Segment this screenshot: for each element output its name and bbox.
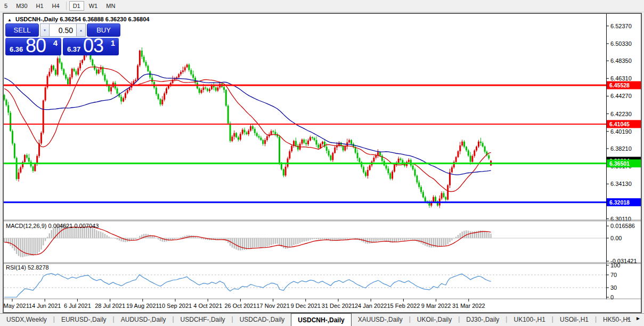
- sell-price-big: 80: [26, 35, 46, 57]
- price-tick-label: 6.46310: [610, 75, 632, 82]
- date-label: 15 Feb 2022: [387, 303, 420, 309]
- buy-price-sup: 1: [111, 38, 115, 47]
- tab-usdchf-daily[interactable]: USDCHF-,Daily: [174, 314, 232, 326]
- price-tick-label: 6.34130: [610, 181, 632, 187]
- rsi-tick-label: 30: [610, 284, 617, 291]
- timeframe-button-d1[interactable]: D1: [69, 1, 84, 11]
- collapse-arrow-icon[interactable]: ▲: [7, 18, 12, 22]
- tab-dj30-daily[interactable]: DJ30-,Daily: [460, 314, 506, 326]
- date-label: 31 Mar 2022: [452, 303, 485, 309]
- tab-usdx-weekly[interactable]: USDX,Weekly: [0, 314, 53, 326]
- date-label: 4 Oct 2021: [193, 303, 222, 309]
- macd-label: MACD(12,26,9) 0.004621 0.007043: [6, 223, 99, 229]
- timeframe-toolbar: 5M30H1H4D1W1MN: [0, 0, 644, 12]
- date-label: 31 Dec 2021: [322, 303, 355, 309]
- rsi-tick-label: 0: [610, 294, 614, 300]
- date-label: 19 Aug 2021: [126, 303, 159, 309]
- tab-usoil-h1[interactable]: USOil-,H1: [553, 314, 595, 326]
- price-tick-label: 6.42230: [610, 111, 632, 117]
- bear-candle-bodies: [4, 51, 489, 206]
- timeframe-button-m30[interactable]: M30: [12, 1, 31, 11]
- tab-usdcnh-daily[interactable]: USDCNH-,Daily: [291, 313, 351, 326]
- price-tick-label: 6.50330: [610, 40, 632, 47]
- bear-candle-wicks: [4, 47, 489, 208]
- date-label: 14 Jun 2021: [29, 303, 61, 309]
- price-tick-label: 6.44270: [610, 93, 632, 99]
- tab-audusd-daily[interactable]: AUDUSD-,Daily: [115, 314, 173, 326]
- buy-price-small: 6.37: [67, 45, 80, 53]
- buy-price-display[interactable]: 6.37 03 1: [63, 38, 119, 55]
- price-badge-label: 6.32018: [609, 199, 630, 206]
- rsi-tick-label: 70: [610, 272, 617, 278]
- macd-signal-line: [4, 227, 491, 255]
- date-label: 21 May 2021: [4, 303, 29, 309]
- symbol-tab-bar: USDX,Weekly|EURUSD-,Daily|AUDUSD-,Daily|…: [0, 313, 644, 326]
- tab-uk100-h1[interactable]: UK100-,H1: [507, 314, 551, 326]
- tab-xauusd-daily[interactable]: XAUUSD-,Daily: [352, 314, 409, 326]
- date-label: 17 Nov 2021: [256, 303, 289, 309]
- date-label: 9 Mar 2022: [421, 303, 451, 309]
- date-label: 26 Oct 2021: [224, 303, 256, 309]
- buy-price-big: 03: [83, 35, 103, 57]
- scroll-left-icon[interactable]: ◄: [625, 315, 630, 321]
- timeframe-button-mn[interactable]: MN: [102, 1, 119, 11]
- ohlc-low: 6.36230: [105, 16, 127, 22]
- chart-canvas[interactable]: 6.523706.503306.483506.463106.442706.422…: [4, 14, 641, 312]
- date-label: 10 Sep 2021: [159, 303, 192, 309]
- date-label: 28 Jul 2021: [95, 303, 125, 309]
- sell-price-sup: 4: [53, 38, 58, 47]
- price-tick-label: 6.48350: [610, 58, 632, 64]
- volume-input[interactable]: 0.50: [50, 23, 76, 37]
- date-label: 24 Jan 2022: [355, 303, 387, 309]
- symbol-label: USDCNH-,Daily: [15, 16, 58, 22]
- macd-tick-label: 0.00: [610, 235, 622, 241]
- timeframe-button-5[interactable]: 5: [1, 1, 11, 11]
- ohlc-close: 6.36804: [128, 16, 150, 22]
- price-tick-label: 6.38210: [610, 145, 632, 152]
- toolbar-separator: [66, 2, 67, 10]
- rsi-label: RSI(14) 52.8278: [6, 264, 49, 271]
- tab-scroll-arrows: ◄ ►: [625, 315, 641, 321]
- date-label: 9 Dec 2021: [291, 303, 321, 309]
- volume-spinner: ▼ 0.50 ▲: [40, 23, 86, 37]
- tab-eurusd-daily[interactable]: EURUSD-,Daily: [55, 314, 113, 326]
- rsi-tick-label: 100: [610, 262, 620, 268]
- sell-price-small: 6.36: [10, 45, 23, 53]
- price-badge-label: 6.41045: [609, 121, 630, 127]
- date-label: 6 Jul 2021: [64, 303, 91, 309]
- chart-title: ▲ USDCNH-,Daily 6.36254 6.36888 6.36230 …: [7, 16, 149, 22]
- triangle-up-icon: ▲: [79, 29, 83, 32]
- triangle-down-icon: ▼: [43, 29, 46, 32]
- timeframe-button-w1[interactable]: W1: [85, 1, 102, 11]
- sell-price-display[interactable]: 6.36 80 4: [5, 38, 61, 55]
- one-click-trading-panel: SELL ▼ 0.50 ▲ BUY 6.36 80 4 6.37 03 1: [5, 23, 120, 55]
- price-badge-label: 6.45528: [609, 82, 630, 88]
- tab-usdcad-daily[interactable]: USDCAD-,Daily: [233, 314, 291, 326]
- candles-layer: [4, 47, 491, 208]
- price-tick-label: 6.40190: [610, 128, 632, 135]
- rsi-line: [4, 273, 491, 297]
- ohlc-open: 6.36254: [60, 16, 81, 22]
- timeframe-button-h4[interactable]: H4: [48, 1, 63, 11]
- timeframe-button-h1[interactable]: H1: [32, 1, 47, 11]
- scroll-right-icon[interactable]: ►: [635, 315, 641, 321]
- ohlc-high: 6.36888: [83, 16, 104, 22]
- price-tick-label: 6.52370: [610, 23, 632, 29]
- price-badge-label: 6.36501: [609, 160, 630, 167]
- tab-ukoil-daily[interactable]: UKOil-,Daily: [411, 314, 458, 326]
- macd-tick-label: 0.016586: [610, 223, 635, 229]
